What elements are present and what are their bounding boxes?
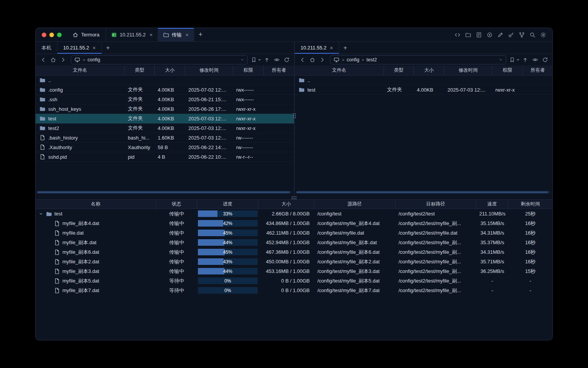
transfer-row[interactable]: myfile_副本4.dat传输中42%434.86MB / 1.00GB/co… xyxy=(36,219,552,228)
transfer-speed-cell: 34.31MB/s xyxy=(476,249,508,255)
column-header-source-path[interactable]: 源路径 xyxy=(314,200,395,209)
transfer-progress-cell: 45% xyxy=(197,230,258,236)
file-row[interactable]: .ssh文件夹4.00KB2025-06-21 15:...rwx------ xyxy=(36,95,294,104)
refresh-button[interactable] xyxy=(282,55,291,64)
upload-button[interactable] xyxy=(262,55,271,64)
pane-tab[interactable]: 10.211.55.2× xyxy=(57,42,102,54)
transfer-row[interactable]: myfile_副本6.dat传输中45%467.36MB / 1.00GB/co… xyxy=(36,247,552,257)
file-owner-cell xyxy=(264,123,294,133)
back-button[interactable] xyxy=(38,55,48,64)
new-tab-button[interactable]: + xyxy=(194,28,207,41)
column-header-name[interactable]: 名称 xyxy=(36,200,156,209)
search-icon[interactable] xyxy=(529,31,536,39)
column-header-mtime[interactable]: 修改时间 xyxy=(185,66,233,75)
column-header-filename[interactable]: 文件名 xyxy=(295,66,384,75)
file-row[interactable]: sshd.pidpid4 B2025-06-22 10:...rw-r--r-- xyxy=(36,152,294,162)
scrollbar-thumb[interactable] xyxy=(37,191,290,193)
transfer-name-label: myfile_副本3.dat xyxy=(62,268,99,275)
close-tab-icon[interactable]: × xyxy=(186,32,189,38)
transfer-row[interactable]: myfile_副本5.dat等待中0%0 B / 1.00GB/config/t… xyxy=(36,276,552,286)
refresh-button[interactable] xyxy=(540,55,550,64)
column-header-target-path[interactable]: 目标路径 xyxy=(395,200,476,209)
edit-icon[interactable] xyxy=(497,31,504,39)
chevron-down-icon[interactable] xyxy=(499,58,503,62)
column-header-size[interactable]: 大小 xyxy=(155,66,185,75)
bookmark-button[interactable] xyxy=(509,55,520,64)
minimize-window-button[interactable] xyxy=(49,33,54,37)
transfer-row[interactable]: myfile_副本.dat传输中44%452.94MB / 1.00GB/con… xyxy=(36,238,552,247)
scrollbar-thumb[interactable] xyxy=(296,191,548,193)
column-header-type[interactable]: 类型 xyxy=(384,66,414,75)
column-header-progress[interactable]: 进度 xyxy=(197,200,258,209)
column-header-owner[interactable]: 所有者 xyxy=(264,66,294,75)
upload-button[interactable] xyxy=(520,55,530,64)
close-tab-icon[interactable]: × xyxy=(93,45,96,51)
pane-tab[interactable]: 10.211.55.2× xyxy=(295,42,339,54)
home-button[interactable] xyxy=(48,55,58,64)
path-breadcrumb[interactable]: >config xyxy=(71,55,248,64)
transfer-progress-cell: 33% xyxy=(197,210,258,217)
column-header-eta[interactable]: 剩余时间 xyxy=(508,200,552,209)
column-header-permissions[interactable]: 权限 xyxy=(492,66,523,75)
record-icon[interactable] xyxy=(486,31,493,39)
horizontal-scrollbar[interactable] xyxy=(37,191,292,194)
column-header-owner[interactable]: 所有者 xyxy=(523,66,552,75)
log-icon[interactable] xyxy=(475,31,483,39)
column-header-status[interactable]: 状态 xyxy=(156,200,197,209)
home-button[interactable] xyxy=(307,55,317,64)
file-row[interactable]: .bash_historybash_hi...1.60KB2025-07-03 … xyxy=(36,133,294,143)
bookmark-button[interactable] xyxy=(251,55,261,64)
horizontal-splitter[interactable] xyxy=(36,196,552,199)
forward-button[interactable] xyxy=(317,55,327,64)
column-header-type[interactable]: 类型 xyxy=(125,66,155,75)
titlebar-tab[interactable]: 传输× xyxy=(158,28,194,41)
close-tab-icon[interactable]: × xyxy=(330,45,333,51)
back-button[interactable] xyxy=(297,55,307,64)
titlebar-tab[interactable]: 10.211.55.2× xyxy=(106,28,158,41)
pane-tab[interactable]: 本机 xyxy=(36,42,57,54)
transfer-row[interactable]: myfile_副本7.dat等待中0%0 B / 1.00GB/config/t… xyxy=(36,286,552,295)
show-hidden-button[interactable] xyxy=(272,55,281,64)
transfer-row[interactable]: myfile_副本2.dat传输中43%450.00MB / 1.00GB/co… xyxy=(36,257,552,266)
file-row[interactable]: .. xyxy=(36,76,294,85)
key-icon[interactable] xyxy=(507,31,515,39)
column-header-permissions[interactable]: 权限 xyxy=(233,66,264,75)
file-row[interactable]: .XauthorityXauthority58 B2025-06-22 14:.… xyxy=(36,143,294,152)
file-row[interactable]: test2文件夹4.00KB2025-07-03 12:...rwxr-xr-x xyxy=(36,123,294,133)
column-header-size[interactable]: 大小 xyxy=(414,66,444,75)
forward-button[interactable] xyxy=(58,55,68,64)
file-row[interactable]: .config文件夹4.00KB2025-07-02 12:...rwx----… xyxy=(36,85,294,95)
settings-icon[interactable] xyxy=(539,31,547,39)
file-row[interactable]: test文件夹4.00KB2025-07-03 12:...rwxr-xr-x xyxy=(295,85,552,95)
expand-chevron-icon[interactable] xyxy=(38,212,44,216)
zoom-window-button[interactable] xyxy=(57,33,62,37)
pane-new-tab-button[interactable]: + xyxy=(339,42,351,54)
file-row[interactable]: .. xyxy=(295,76,552,85)
file-row[interactable]: test文件夹4.00KB2025-07-03 12:...rwxr-xr-x xyxy=(36,114,294,123)
breadcrumb-segment[interactable]: test2 xyxy=(366,57,377,62)
chevron-down-icon[interactable] xyxy=(240,58,244,62)
transfer-row[interactable]: test传输中33%2.66GB / 8.00GB/config/test/co… xyxy=(36,209,552,219)
column-header-speed[interactable]: 速度 xyxy=(476,200,508,209)
breadcrumb-segment[interactable]: config xyxy=(87,57,100,62)
column-header-size[interactable]: 大小 xyxy=(258,200,314,209)
column-header-mtime[interactable]: 修改时间 xyxy=(444,66,492,75)
breadcrumb-segment[interactable]: config xyxy=(346,57,359,62)
horizontal-scrollbar[interactable] xyxy=(296,191,550,194)
file-row[interactable]: ssh_host_keys文件夹4.00KB2025-06-26 17:...r… xyxy=(36,104,294,114)
code-icon[interactable] xyxy=(454,31,461,39)
app-menu-button[interactable]: Termora xyxy=(69,28,106,41)
close-window-button[interactable] xyxy=(42,33,46,37)
branch-icon[interactable] xyxy=(518,31,526,39)
transfer-speed-cell: 35.15MB/s xyxy=(476,220,508,226)
show-hidden-button[interactable] xyxy=(530,55,540,64)
transfer-row[interactable]: myfile.dat传输中45%462.11MB / 1.00GB/config… xyxy=(36,228,552,238)
folder-icon[interactable] xyxy=(464,31,472,39)
transfer-source-cell: /config/test/myfile_副本4.dat xyxy=(314,220,395,227)
pane-new-tab-button[interactable]: + xyxy=(102,42,114,54)
column-header-filename[interactable]: 文件名 xyxy=(36,66,125,75)
path-breadcrumb[interactable]: >config>test2 xyxy=(330,55,506,64)
close-tab-icon[interactable]: × xyxy=(149,32,152,38)
file-type-cell: 文件夹 xyxy=(125,114,155,123)
transfer-row[interactable]: myfile_副本3.dat传输中44%453.16MB / 1.00GB/co… xyxy=(36,266,552,276)
